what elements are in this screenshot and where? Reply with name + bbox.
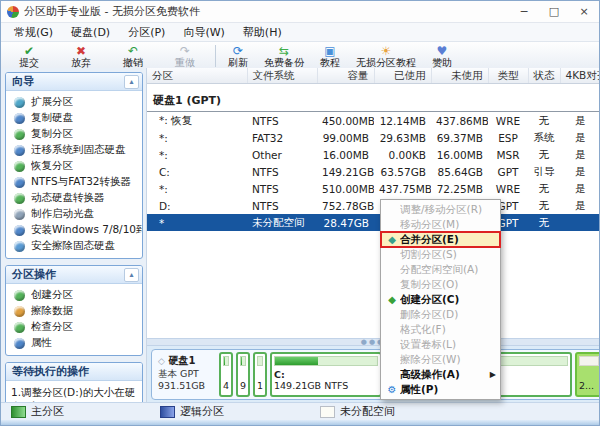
partition-row[interactable]: *: FAT32 99.00MB 29.63MB 69.37MB ESP 系统 … (147, 129, 600, 146)
menu-item[interactable]: 向导(W) (174, 25, 233, 40)
context-menu-item[interactable]: 切割分区(S) (381, 247, 500, 262)
sidebar-wizard-item[interactable]: 安全擦除固态硬盘 (6, 238, 142, 254)
context-menu-item[interactable]: 高级操作(A) ▶ (381, 367, 500, 382)
context-menu-item[interactable]: ◆ 合并分区(E) (381, 232, 500, 247)
sidebar-wizard-item[interactable]: 复制分区 (6, 126, 142, 142)
operation-item-label: 属性 (31, 336, 52, 350)
collapse-icon[interactable]: ▴ (124, 268, 139, 282)
partition-block[interactable]: C: 149.21GB NTFS (270, 352, 382, 397)
partition-block[interactable]: 2... (575, 352, 600, 397)
column-header-status[interactable]: 状态 (528, 68, 560, 84)
sidebar-operation-item[interactable]: 检查分区 (6, 319, 142, 335)
column-header-used[interactable]: 已使用 (374, 68, 431, 84)
sidebar-wizard-item[interactable]: 动态硬盘转换器 (6, 190, 142, 206)
minimize-button[interactable]: − (509, 1, 539, 22)
toolbar-button[interactable]: ⟳ 刷新 (220, 42, 256, 70)
wizard-panel-header[interactable]: 向导 ▴ (6, 73, 142, 91)
column-header-capacity[interactable]: 容量 (317, 68, 374, 84)
context-menu-item[interactable]: 调整/移动分区(R) (381, 202, 500, 217)
menu-item[interactable]: 分区(P) (119, 25, 174, 40)
menu-item[interactable]: 帮助(H) (234, 25, 291, 40)
menu-item-label: 格式化(F) (400, 323, 496, 337)
wizard-item-icon (14, 113, 25, 124)
sidebar-wizard-item[interactable]: 迁移系统到固态硬盘 (6, 142, 142, 158)
menu-item[interactable]: 硬盘(D) (62, 25, 119, 40)
toolbar-button[interactable]: ☀ 无损分区教程 (348, 42, 424, 70)
sidebar-wizard-item[interactable]: NTFS与FAT32转换器 (6, 174, 142, 190)
partition-block[interactable]: 4 (219, 352, 233, 397)
context-menu-item[interactable]: 擦除分区(W) (381, 352, 500, 367)
partition-block[interactable]: 9 (236, 352, 250, 397)
wizard-item-label: 扩展分区 (31, 95, 73, 109)
sidebar-wizard-item[interactable]: 复制硬盘 (6, 110, 142, 126)
close-button[interactable]: × (569, 1, 599, 22)
toolbar-button[interactable]: ♥ 赞助 (424, 42, 460, 70)
toolbar-button-icon: ☀ (381, 45, 392, 57)
context-menu-item[interactable]: 分配空闲空间(A) (381, 262, 500, 277)
toolbar-button-label: 免费备份 (264, 57, 304, 68)
cell-4kb-align: 是 (560, 146, 600, 163)
partition-row[interactable]: *: 恢复 NTFS 450.00MB 12.14MB 437.86MB WRE… (147, 112, 600, 130)
toolbar-button-icon: ✔ (24, 45, 34, 57)
sidebar-operation-item[interactable]: 属性 (6, 335, 142, 351)
cell-4kb-align: 是 (560, 163, 600, 180)
toolbar-button-icon: ♥ (437, 45, 448, 57)
toolbar-button[interactable]: ⇆ 免费备份 (256, 42, 312, 70)
collapse-icon[interactable]: ▴ (124, 75, 139, 89)
wizard-item-icon (14, 193, 25, 204)
toolbar-button[interactable]: ↶ 撤销 (107, 42, 159, 70)
partition-row[interactable]: * 未分配空间 28.47GB 0.00KB 28.47GB GPT 无 (147, 214, 600, 231)
toolbar-separator (215, 45, 216, 67)
partition-row[interactable]: D: NTFS 752.78GB 44.82GB 707.97GB GPT 无 … (147, 197, 600, 214)
partition-row[interactable]: *: NTFS 510.00MB 437.75MB 72.25MB WRE 无 … (147, 180, 600, 197)
toolbar-button-icon: ⟳ (233, 45, 243, 57)
operations-list: 创建分区 擦除数据 检查分区 (6, 284, 142, 355)
table-header-row: 分区 文件系统 容量 已使用 未使用 类型 状态 4KB对齐 (147, 68, 600, 84)
context-menu-item[interactable]: ⚙ 属性(P) (381, 382, 500, 397)
legend-item: 逻辑分区 (160, 404, 224, 419)
context-menu-item[interactable]: 格式化(F) (381, 322, 500, 337)
disk1-strip: ◇ 硬盘1 基本 GPT 931.51GB (151, 349, 600, 400)
column-header-filesystem[interactable]: 文件系统 (247, 68, 317, 84)
sidebar-wizard-item[interactable]: 制作启动光盘 (6, 206, 142, 222)
context-menu-item[interactable]: 设置卷标(L) (381, 337, 500, 352)
sidebar-wizard-item[interactable]: 安装Windows 7/8/10到移... (6, 222, 142, 238)
context-menu-item[interactable]: 删除分区(D) (381, 307, 500, 322)
context-menu-item[interactable]: 复制分区(O) (381, 277, 500, 292)
disk-kind: 基本 GPT (158, 368, 216, 380)
sidebar-wizard-item[interactable]: 扩展分区 (6, 94, 142, 110)
wizard-item-icon (14, 177, 25, 188)
sidebar-wizard-item[interactable]: 恢复分区 (6, 158, 142, 174)
toolbar-button[interactable]: ✔ 提交 (3, 42, 55, 70)
column-header-partition[interactable]: 分区 (147, 68, 247, 84)
sidebar-operation-item[interactable]: 擦除数据 (6, 303, 142, 319)
context-menu-item[interactable]: ◆ 创建分区(C) (381, 292, 500, 307)
toolbar-button[interactable]: ▣ 教程 (312, 42, 348, 70)
column-header-type[interactable]: 类型 (488, 68, 528, 84)
wizard-item-icon (14, 161, 25, 172)
partition-row[interactable]: *: Other 16.00MB 0.00KB 16.00MB MSR 无 是 (147, 146, 600, 163)
disk1-info[interactable]: ◇ 硬盘1 基本 GPT 931.51GB (154, 352, 216, 397)
toolbar-button[interactable]: ↷ 重做 (159, 42, 211, 70)
context-menu-item[interactable]: 移动分区(M) (381, 217, 500, 232)
cell-filesystem: Other (247, 146, 317, 163)
maximize-button[interactable]: □ (539, 1, 569, 22)
main-area: 分区 文件系统 容量 已使用 未使用 类型 状态 4KB对齐 硬盘1 (GPT) (147, 68, 599, 403)
window-frame-bottom (1, 420, 599, 425)
menu-item[interactable]: 常规(G) (5, 25, 62, 40)
cell-status: 无 (528, 214, 560, 231)
block-size: 149.21GB NTFS (274, 380, 348, 391)
splitter-handle[interactable]: ●●● (147, 338, 599, 346)
menu-item-label: 复制分区(O) (400, 278, 496, 292)
sidebar-operation-item[interactable]: 创建分区 (6, 287, 142, 303)
partition-row[interactable]: C: NTFS 149.21GB 63.57GB 85.64GB GPT 引导 … (147, 163, 600, 180)
pending-panel-header[interactable]: 等待执行的操作 (6, 363, 142, 381)
column-header-unused[interactable]: 未使用 (431, 68, 488, 84)
legend-swatch (11, 406, 26, 418)
cell-used: 29.63MB (374, 129, 431, 146)
column-header-4kb-align[interactable]: 4KB对齐 (560, 68, 600, 84)
toolbar-button-icon: ↶ (128, 45, 138, 57)
partition-block[interactable]: 1 (253, 352, 267, 397)
operations-panel-header[interactable]: 分区操作 ▴ (6, 266, 142, 284)
toolbar-button[interactable]: ✖ 放弃 (55, 42, 107, 70)
